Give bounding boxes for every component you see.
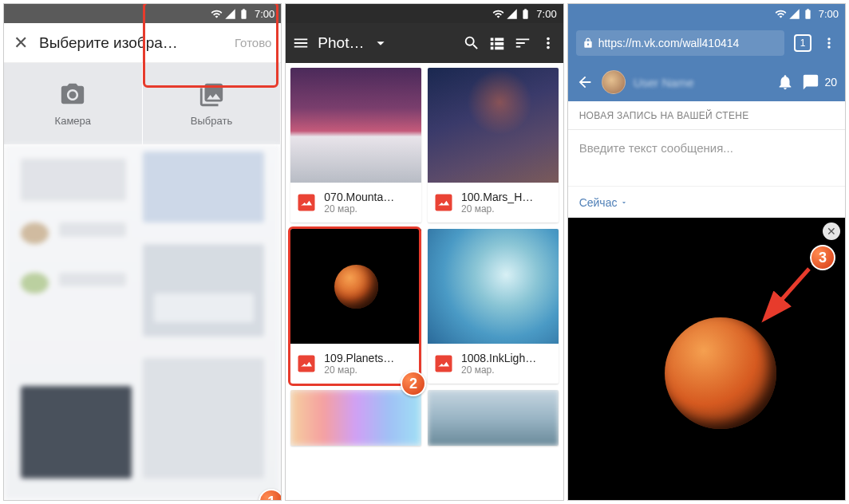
image-file-icon [295, 191, 318, 214]
file-date: 20 мар. [324, 203, 417, 215]
browser-menu-icon[interactable] [821, 35, 837, 51]
file-item[interactable]: 070.Mounta…20 мар. [290, 68, 421, 222]
phone-2: 7:00 Phot… 070.Mounta…20 мар. 100.Ma [285, 3, 563, 501]
svg-rect-1 [436, 195, 452, 211]
battery-icon [802, 8, 814, 20]
wifi-icon [492, 8, 504, 20]
close-icon[interactable]: ✕ [14, 33, 28, 53]
url-text: https://m.vk.com/wall410414 [598, 37, 740, 49]
lock-icon [582, 37, 594, 49]
svg-rect-3 [436, 356, 452, 372]
svg-rect-2 [298, 356, 315, 372]
status-bar: 7:00 [568, 4, 845, 23]
back-icon[interactable] [576, 73, 594, 91]
thumbnail [428, 68, 559, 183]
thumbnail [428, 229, 559, 344]
thumbnail [290, 68, 421, 183]
signal-icon [506, 8, 518, 20]
thumbnail [428, 390, 559, 446]
chevron-down-icon[interactable] [372, 34, 389, 52]
choose-button[interactable]: Выбрать [143, 63, 282, 144]
user-name[interactable]: User Name [634, 76, 769, 89]
phone-1: 7:00 ✕ Выберите изобра… Готово Камера Вы… [3, 3, 282, 501]
bell-icon[interactable] [776, 73, 794, 91]
chevron-down-icon [620, 199, 628, 207]
file-item[interactable] [290, 390, 421, 446]
action-row: Камера Выбрать 1 [4, 63, 281, 144]
search-icon[interactable] [463, 34, 480, 52]
visibility-selector[interactable]: Сейчас [568, 186, 845, 218]
file-name: 1008.InkLigh… [461, 352, 554, 364]
sort-icon[interactable] [514, 34, 531, 52]
header: ✕ Выберите изобра… Готово [4, 23, 281, 63]
signal-icon [224, 8, 236, 20]
image-file-icon [432, 352, 455, 375]
battery-icon [238, 8, 250, 20]
file-item[interactable]: 100.Mars_H…20 мар. [428, 68, 559, 222]
image-file-icon [295, 352, 318, 375]
menu-icon[interactable] [292, 34, 310, 52]
chat-icon[interactable] [802, 73, 819, 91]
status-time: 7:00 [255, 8, 274, 20]
image-file-icon [432, 191, 455, 214]
folder-title[interactable]: Phot… [318, 34, 364, 52]
file-grid: 070.Mounta…20 мар. 100.Mars_H…20 мар. 10… [286, 63, 563, 500]
done-button[interactable]: Готово [235, 36, 271, 49]
battery-icon [519, 8, 531, 20]
thumbnail [290, 229, 421, 344]
status-time: 7:00 [819, 8, 839, 20]
status-bar: 7:00 [286, 4, 563, 23]
wifi-icon [775, 8, 787, 20]
file-item[interactable] [428, 390, 559, 446]
camera-button[interactable]: Камера [4, 63, 143, 144]
step-badge-2: 2 [401, 371, 426, 396]
file-name: 100.Mars_H… [461, 191, 554, 203]
svg-rect-0 [298, 195, 315, 211]
file-date: 20 мар. [461, 203, 554, 215]
tab-count[interactable]: 1 [794, 34, 811, 52]
file-name: 109.Planets… [324, 352, 417, 364]
post-input[interactable]: Введите текст сообщения... [568, 130, 845, 186]
blurred-feed [4, 144, 281, 500]
message-count: 20 [824, 76, 837, 89]
browser-bar: https://m.vk.com/wall410414 1 [568, 23, 845, 63]
url-field[interactable]: https://m.vk.com/wall410414 [576, 30, 784, 56]
files-header: Phot… [286, 23, 563, 63]
camera-label: Камера [55, 115, 91, 127]
page-title: Выберите изобра… [39, 34, 223, 52]
visibility-label: Сейчас [579, 196, 618, 209]
thumbnail [290, 390, 421, 446]
file-item[interactable]: 1008.InkLigh…20 мар. [428, 229, 559, 384]
choose-label: Выбрать [191, 115, 232, 127]
more-icon[interactable] [539, 34, 557, 52]
attached-image[interactable]: ✕ [568, 218, 845, 500]
file-date: 20 мар. [461, 364, 554, 376]
file-name: 070.Mounta… [324, 191, 417, 203]
camera-icon [59, 81, 86, 108]
remove-attachment-icon[interactable]: ✕ [823, 222, 840, 240]
section-header: НОВАЯ ЗАПИСЬ НА ВАШЕЙ СТЕНЕ [568, 101, 845, 130]
file-item-selected[interactable]: 109.Planets…20 мар. [290, 229, 421, 384]
wifi-icon [211, 8, 223, 20]
list-view-icon[interactable] [488, 34, 506, 52]
file-date: 20 мар. [324, 364, 417, 376]
status-time: 7:00 [536, 8, 556, 20]
step-badge-3: 3 [810, 245, 835, 270]
signal-icon [788, 8, 800, 20]
vk-navbar: User Name 20 [568, 63, 845, 101]
status-bar: 7:00 [4, 4, 281, 23]
avatar[interactable] [602, 70, 626, 94]
phone-3: 7:00 https://m.vk.com/wall410414 1 User … [567, 3, 846, 501]
gallery-icon [198, 81, 225, 108]
